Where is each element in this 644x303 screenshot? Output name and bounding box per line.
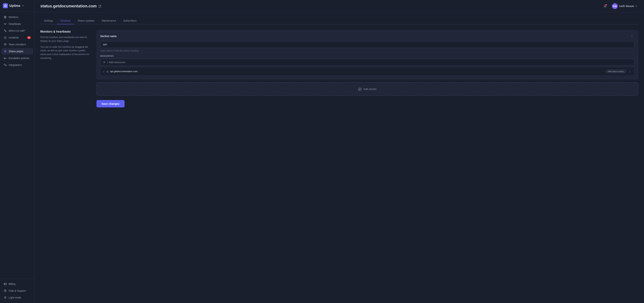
sidebar: Uptime ▾ Monitors Heartbeats [0, 0, 34, 303]
input-hint: Leave blank to hide the section heading. [100, 50, 634, 52]
sidebar-item-incidents[interactable]: Incidents 1 [2, 34, 33, 41]
integration-icon [4, 63, 7, 66]
svg-rect-15 [4, 283, 6, 285]
tab-structure[interactable]: Structure [57, 18, 74, 24]
svg-line-26 [6, 298, 6, 299]
resource-more-button[interactable] [628, 69, 632, 74]
svg-point-44 [630, 71, 630, 72]
main-area: status.getdocumentation.com KW [34, 0, 644, 303]
shield-icon [4, 36, 7, 39]
add-section-icon [358, 87, 362, 91]
user-chevron-icon: ▾ [636, 5, 637, 8]
external-link-icon[interactable] [98, 4, 101, 8]
svg-rect-17 [4, 284, 5, 284]
sidebar-item-help[interactable]: Help & Support [2, 288, 33, 294]
drag-handle-icon[interactable] [102, 70, 105, 73]
svg-rect-10 [4, 58, 5, 58]
tab-subscribers[interactable]: Subscribers [120, 18, 140, 24]
section-heading: Monitors & heartbeats [40, 30, 91, 33]
sidebar-item-monitors[interactable]: Monitors [2, 14, 33, 20]
save-changes-button[interactable]: Save changes [96, 100, 124, 108]
section-name-input[interactable] [100, 41, 634, 48]
logo-text: Uptime [9, 4, 20, 8]
svg-point-5 [4, 44, 6, 44]
svg-point-39 [103, 72, 104, 72]
svg-point-19 [5, 291, 5, 292]
sidebar-item-integrations-label: Integrations [9, 64, 22, 66]
resource-arrow-icon: › [604, 70, 604, 73]
section-card: Section name Leave blank to hide the sec… [96, 30, 638, 79]
right-content: Section name Leave blank to hide the sec… [96, 30, 638, 108]
sidebar-item-incidents-label: Incidents [9, 36, 19, 39]
globe-icon [4, 16, 7, 19]
billing-icon [4, 282, 7, 286]
svg-rect-12 [6, 58, 6, 58]
svg-point-43 [630, 70, 630, 71]
phone-icon [4, 29, 7, 32]
sidebar-item-light-mode[interactable]: Light mode [2, 294, 33, 301]
sidebar-item-team-label: Team members [9, 43, 26, 46]
content-area: Settings Structure Status updates Mainte… [34, 12, 644, 303]
logo-icon [3, 3, 8, 8]
tabs-bar: Settings Structure Status updates Mainte… [40, 18, 638, 24]
header-right: KW Keith Weaver ▾ [602, 2, 638, 10]
sidebar-item-integrations[interactable]: Integrations [2, 62, 33, 68]
incidents-badge: 1 [27, 36, 31, 39]
sidebar-item-on-call-label: Who's on-call? [9, 29, 25, 32]
page-title-row: status.getdocumentation.com [40, 4, 101, 8]
sidebar-item-on-call[interactable]: Who's on-call? [2, 28, 33, 34]
notifications-button[interactable] [602, 4, 608, 9]
avatar: KW [612, 3, 618, 9]
add-section-card[interactable]: Add section [96, 82, 638, 96]
add-resources-button[interactable]: + Add resources [100, 59, 634, 66]
sidebar-item-billing-label: Billing [9, 282, 15, 285]
sidebar-item-heartbeats[interactable]: Heartbeats [2, 21, 33, 27]
tab-status-updates[interactable]: Status updates [74, 18, 98, 24]
avatar-initials: KW [613, 5, 617, 8]
sidebar-item-heartbeats-label: Heartbeats [9, 22, 21, 25]
user-menu[interactable]: KW Keith Weaver ▾ [610, 2, 638, 10]
tab-maintenance[interactable]: Maintenance [98, 18, 120, 24]
section-card-title: Section name [100, 35, 117, 38]
svg-line-25 [4, 297, 5, 297]
add-section-label: Add section [364, 88, 376, 90]
svg-point-32 [632, 37, 632, 37]
section-card-header: Section name [100, 34, 634, 38]
svg-point-38 [104, 72, 104, 72]
svg-point-4 [5, 38, 5, 38]
logo-area[interactable]: Uptime ▾ [0, 0, 34, 12]
logo-chevron-icon: ▾ [22, 4, 24, 7]
sidebar-item-team-members[interactable]: Team members [2, 41, 33, 48]
svg-line-29 [100, 5, 101, 6]
two-column-layout: Monitors & heartbeats Pick the monitors … [40, 30, 638, 108]
page-title: status.getdocumentation.com [40, 4, 97, 8]
sidebar-item-help-label: Help & Support [9, 289, 26, 292]
resources-label: Resources [100, 55, 634, 57]
team-icon [4, 43, 7, 46]
sidebar-item-escalation[interactable]: Escalation policies [2, 55, 33, 61]
description-para-1: Pick the monitors and heartbeats you wan… [40, 36, 91, 43]
svg-point-40 [104, 72, 104, 72]
sidebar-item-billing[interactable]: Billing [2, 281, 33, 287]
heartbeat-icon [4, 22, 7, 26]
page-header: status.getdocumentation.com KW [34, 0, 644, 12]
svg-line-28 [4, 298, 5, 299]
resource-name: api.getdocumentation.com [110, 70, 602, 73]
sidebar-item-status-label: Status pages [9, 50, 24, 53]
sidebar-item-status-pages[interactable]: Status pages [2, 48, 33, 54]
resource-badge: With status history [606, 70, 626, 73]
svg-rect-13 [4, 64, 5, 65]
escalation-icon [4, 56, 7, 60]
svg-point-6 [6, 44, 6, 44]
sidebar-item-escalation-label: Escalation policies [9, 57, 29, 60]
user-name: Keith Weaver [619, 5, 634, 8]
svg-point-20 [5, 297, 6, 298]
status-icon [4, 50, 7, 53]
sidebar-nav: Monitors Heartbeats Who's on-call? [0, 12, 34, 278]
add-resources-label: + Add resources [107, 61, 125, 64]
section-more-button[interactable] [630, 34, 634, 38]
resource-row: api.getdocumentation.com › With status h… [100, 67, 634, 76]
tab-settings[interactable]: Settings [40, 18, 57, 24]
notification-dot [606, 4, 607, 6]
help-icon [4, 289, 7, 292]
